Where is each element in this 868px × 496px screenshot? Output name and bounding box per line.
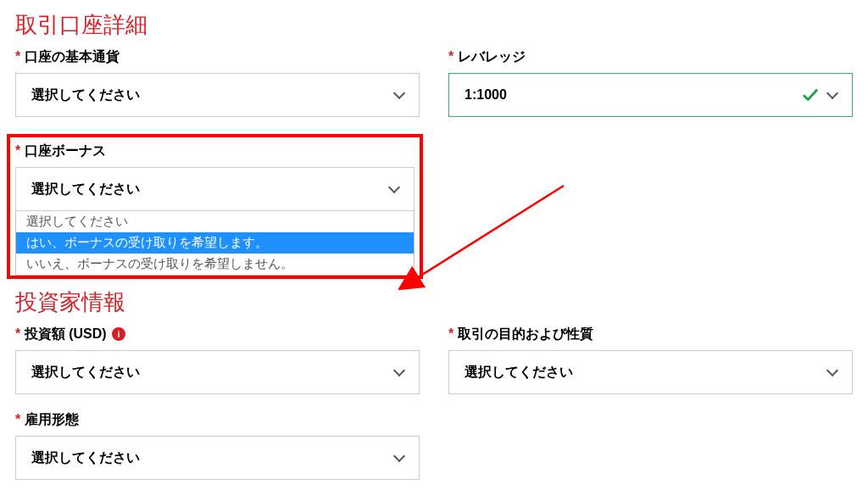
base-currency-value: 選択してください: [31, 86, 140, 104]
section2-heading: 投資家情報: [15, 287, 853, 317]
chevron-down-icon: [826, 365, 838, 376]
chevron-down-icon: [393, 365, 405, 376]
investment-value: 選択してください: [31, 364, 140, 382]
leverage-select[interactable]: 1:1000: [448, 73, 853, 117]
base-currency-label: * 口座の基本通貨: [15, 48, 420, 66]
purpose-select[interactable]: 選択してください: [448, 350, 853, 394]
employment-select[interactable]: 選択してください: [15, 436, 420, 480]
employment-label: * 雇用形態: [15, 411, 420, 429]
investment-select[interactable]: 選択してください: [15, 350, 420, 394]
base-currency-select[interactable]: 選択してください: [15, 73, 420, 117]
chevron-down-icon: [388, 181, 400, 193]
bonus-value: 選択してください: [31, 181, 140, 198]
leverage-label: * レバレッジ: [448, 48, 853, 66]
chevron-down-icon: [393, 450, 405, 462]
purpose-label: * 取引の目的および性質: [448, 326, 853, 343]
bonus-select[interactable]: 選択してください: [15, 167, 415, 211]
bonus-label: * 口座ボーナス: [15, 142, 415, 160]
bonus-option-0[interactable]: 選択してください: [16, 211, 414, 232]
chevron-down-icon: [826, 87, 838, 99]
chevron-down-icon: [393, 87, 405, 99]
investment-label: * 投資額 (USD) i: [15, 326, 420, 343]
employment-value: 選択してください: [31, 449, 140, 467]
bonus-option-1[interactable]: はい、ボーナスの受け取りを希望します。: [16, 232, 414, 254]
purpose-value: 選択してください: [465, 364, 573, 382]
section1-heading: 取引口座詳細: [15, 10, 853, 40]
check-icon: [801, 86, 820, 104]
info-icon[interactable]: i: [112, 327, 125, 341]
bonus-option-2[interactable]: いいえ、ボーナスの受け取りを希望しません。: [16, 254, 414, 275]
leverage-value: 1:1000: [465, 87, 507, 103]
bonus-highlight-box: * 口座ボーナス 選択してください 選択してください はい、ボーナスの受け取りを…: [7, 134, 423, 279]
bonus-dropdown: 選択してください はい、ボーナスの受け取りを希望します。 いいえ、ボーナスの受け…: [15, 211, 415, 276]
